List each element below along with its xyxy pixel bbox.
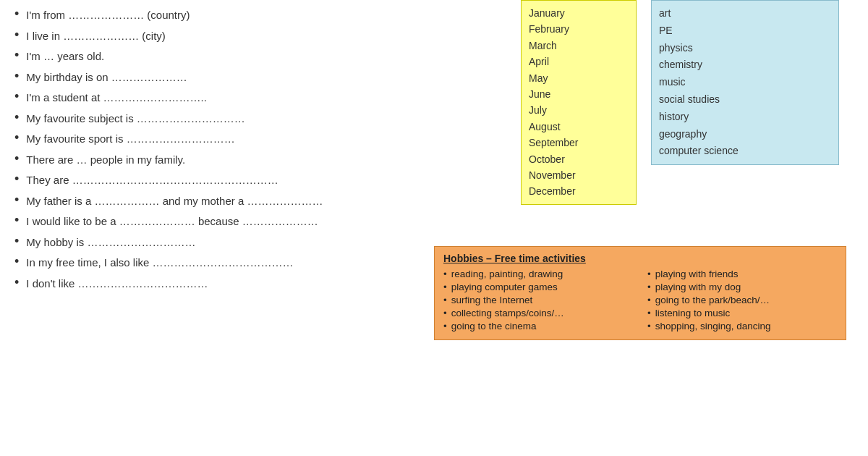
hobby-item: listening to music [647,308,837,318]
bullet-text: I live in ………………… (city) [26,28,166,45]
list-item: My father is a ……………… and my mother a ……… [14,193,506,210]
month-item: June [529,86,629,102]
list-item: I'm from ………………… (country) [14,7,506,24]
hobby-item: collecting stamps/coins/… [443,308,633,318]
subject-item: chemistry [659,56,831,74]
main-content: I'm from ………………… (country)I live in …………… [14,7,506,296]
month-item: September [529,135,629,151]
month-item: March [529,38,629,54]
bullet-text: They are ………………………………………………… [26,172,278,189]
list-item: There are … people in my family. [14,152,506,169]
bullet-list: I'm from ………………… (country)I live in …………… [14,7,506,292]
bullet-text: There are … people in my family. [26,152,185,169]
list-item: My favourite sport is ………………………… [14,131,506,148]
month-item: November [529,167,629,183]
list-item: My birthday is on ………………… [14,69,506,86]
bullet-text: My favourite sport is ………………………… [26,131,234,148]
hobbies-title: Hobbies – Free time activities [443,253,837,264]
hobby-item: playing with friends [647,269,837,279]
subject-item: physics [659,40,831,57]
list-item: In my free time, I also like ……………………………… [14,255,506,271]
subject-item: history [659,109,831,126]
subject-item: art [659,5,831,22]
month-item: December [529,183,629,199]
list-item: They are ………………………………………………… [14,172,506,189]
hobby-item: reading, painting, drawing [443,269,633,279]
bullet-text: I'm from ………………… (country) [26,7,190,24]
hobby-item: surfing the Internet [443,295,633,305]
list-item: I don't like ……………………………… [14,276,506,292]
hobby-item: playing with my dog [647,282,837,292]
subject-item: music [659,74,831,91]
hobby-item: going to the cinema [443,321,633,332]
list-item: I would like to be a ………………… because ………… [14,214,506,230]
hobbies-list: reading, painting, drawingplaying comput… [443,269,837,334]
month-item: May [529,70,629,86]
subject-item: geography [659,126,831,143]
list-item: I'm … years old. [14,48,506,65]
bullet-text: I'm a student at ……………………….. [26,90,207,106]
bullet-text: My favourite subject is ………………………… [26,111,245,127]
month-item: July [529,102,629,118]
month-item: April [529,54,629,69]
bullet-text: I don't like ……………………………… [26,276,208,292]
bullet-text: My father is a ……………… and my mother a ……… [26,193,323,210]
list-item: I'm a student at ……………………….. [14,90,506,106]
bullet-text: My birthday is on ………………… [26,69,187,86]
month-item: October [529,151,629,167]
hobbies-box: Hobbies – Free time activities reading, … [434,246,846,340]
bullet-text: In my free time, I also like ……………………………… [26,255,293,271]
hobby-item: shopping, singing, dancing [647,321,837,332]
month-item: February [529,21,629,37]
subject-item: PE [659,22,831,40]
bullet-text: I would like to be a ………………… because ………… [26,214,318,230]
bullet-text: I'm … years old. [26,48,104,65]
month-item: August [529,119,629,135]
bullet-text: My hobby is ………………………… [26,235,195,251]
subjects-box: artPEphysicschemistrymusicsocial studies… [651,0,839,165]
months-box: JanuaryFebruaryMarchAprilMayJuneJulyAugu… [521,0,637,205]
month-item: January [529,5,629,21]
subject-item: social studies [659,91,831,109]
hobby-item: playing computer games [443,282,633,292]
subject-item: computer science [659,143,831,160]
list-item: My hobby is ………………………… [14,235,506,251]
list-item: My favourite subject is ………………………… [14,111,506,127]
hobby-item: going to the park/beach/… [647,295,837,305]
list-item: I live in ………………… (city) [14,28,506,45]
